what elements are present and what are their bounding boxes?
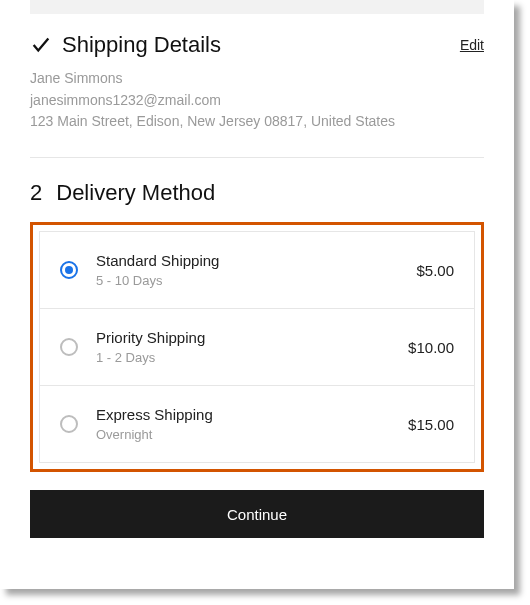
option-sub: Overnight — [96, 427, 408, 442]
option-sub: 5 - 10 Days — [96, 273, 416, 288]
shipping-title: Shipping Details — [62, 32, 221, 58]
option-price: $5.00 — [416, 262, 454, 279]
radio-icon — [60, 338, 78, 356]
delivery-option-priority[interactable]: Priority Shipping 1 - 2 Days $10.00 — [40, 308, 474, 385]
edit-link[interactable]: Edit — [460, 37, 484, 53]
delivery-header: 2 Delivery Method — [30, 180, 484, 206]
check-icon — [30, 34, 52, 56]
option-name: Priority Shipping — [96, 329, 408, 346]
step-number: 2 — [30, 180, 42, 206]
option-name: Standard Shipping — [96, 252, 416, 269]
shipping-name: Jane Simmons — [30, 68, 484, 90]
delivery-option-list: Standard Shipping 5 - 10 Days $5.00 Prio… — [39, 231, 475, 463]
divider — [30, 157, 484, 158]
delivery-option-express[interactable]: Express Shipping Overnight $15.00 — [40, 385, 474, 462]
radio-icon — [60, 261, 78, 279]
shipping-address: 123 Main Street, Edison, New Jersey 0881… — [30, 111, 484, 133]
top-bar — [30, 0, 484, 14]
option-price: $10.00 — [408, 339, 454, 356]
shipping-meta: Jane Simmons janesimmons1232@zmail.com 1… — [30, 68, 484, 133]
option-sub: 1 - 2 Days — [96, 350, 408, 365]
delivery-title: Delivery Method — [56, 180, 215, 206]
delivery-option-standard[interactable]: Standard Shipping 5 - 10 Days $5.00 — [40, 232, 474, 308]
option-name: Express Shipping — [96, 406, 408, 423]
option-price: $15.00 — [408, 416, 454, 433]
shipping-email: janesimmons1232@zmail.com — [30, 90, 484, 112]
checkout-card: Shipping Details Edit Jane Simmons janes… — [0, 0, 514, 589]
continue-button[interactable]: Continue — [30, 490, 484, 538]
shipping-header-row: Shipping Details Edit — [30, 32, 484, 58]
radio-icon — [60, 415, 78, 433]
delivery-highlight-box: Standard Shipping 5 - 10 Days $5.00 Prio… — [30, 222, 484, 472]
